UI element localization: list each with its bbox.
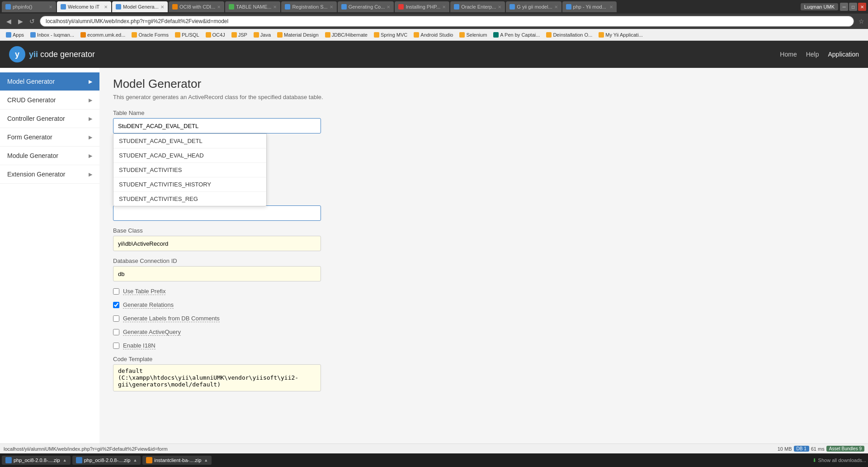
chevron-right-icon: ▶: [89, 79, 92, 85]
tab-close[interactable]: ✕: [330, 5, 333, 10]
user-badge: Luqman UMK: [801, 3, 838, 10]
back-button[interactable]: ◀: [4, 18, 14, 25]
sidebar-item-crud-generator[interactable]: CRUD Generator ▶: [0, 91, 99, 110]
page-title: Model Generator: [113, 77, 854, 91]
tab-close[interactable]: ✕: [160, 5, 164, 10]
nav-help[interactable]: Help: [806, 51, 819, 58]
enable-i18n-label[interactable]: Enable I18N: [123, 342, 156, 349]
bookmark-oc4j[interactable]: OC4J: [203, 31, 227, 38]
tab-favicon: [566, 4, 571, 10]
sidebar-item-model-generator[interactable]: Model Generator ▶: [0, 72, 99, 91]
taskbar-item-0[interactable]: php_oci8-2.0.8-....zip ▲: [2, 456, 71, 465]
tab-yii-gii[interactable]: G yii gii model... ✕: [506, 1, 561, 12]
db-connection-group: Database Connection ID: [113, 257, 854, 281]
use-table-prefix-checkbox[interactable]: [113, 288, 119, 295]
generate-labels-row: Generate Labels from DB Comments: [113, 315, 854, 322]
generate-relations-checkbox[interactable]: [113, 302, 119, 308]
bookmark-spring[interactable]: Spring MVC: [372, 31, 410, 38]
tab-phpinfo[interactable]: phpinfo() ✕: [2, 1, 56, 12]
tab-yii-mod[interactable]: php - Yii mod... ✕: [562, 1, 617, 12]
bookmark-material-design[interactable]: Material Design: [275, 31, 321, 38]
bookmark-yii-app[interactable]: My Yii Applicati...: [596, 31, 645, 38]
minimize-button[interactable]: ─: [840, 3, 848, 11]
tab-close[interactable]: ✕: [609, 5, 613, 10]
svg-text:y: y: [15, 50, 19, 59]
logo-text: yii code generator: [29, 50, 95, 59]
bookmark-java[interactable]: Java: [251, 31, 273, 38]
taskbar: php_oci8-2.0.8-....zip ▲ php_oci8-2.0.8-…: [0, 453, 868, 467]
show-downloads-link[interactable]: Show all downloads...: [818, 457, 866, 463]
table-name-input[interactable]: [113, 118, 321, 133]
taskbar-icon: [146, 457, 152, 463]
tab-close[interactable]: ✕: [217, 5, 221, 10]
model-class-input[interactable]: [113, 205, 321, 221]
bookmark-oracle-forms[interactable]: Oracle Forms: [129, 31, 171, 38]
enable-i18n-checkbox[interactable]: [113, 343, 119, 349]
browser-chrome: phpinfo() ✕ Welcome to iT ✕ Model Genera…: [0, 0, 868, 41]
tab-close[interactable]: ✕: [104, 5, 108, 10]
bookmark-pen[interactable]: A Pen by Captai...: [491, 31, 542, 38]
bookmark-jsp[interactable]: JSP: [229, 31, 250, 38]
sidebar-item-extension-generator[interactable]: Extension Generator ▶: [0, 165, 99, 184]
header-nav: Home Help Application: [780, 51, 859, 58]
address-input[interactable]: [40, 16, 854, 27]
bookmarks-bar: Apps Inbox - luqman... ecomm.umk.ed... O…: [0, 29, 868, 41]
bookmark-plsql[interactable]: PL/SQL: [173, 31, 202, 38]
bookmark-deinstall[interactable]: Deinstallation O...: [544, 31, 594, 38]
tab-welcome[interactable]: Welcome to iT ✕: [57, 1, 111, 12]
nav-home[interactable]: Home: [780, 51, 797, 58]
inbox-icon: [30, 32, 36, 38]
taskbar-item-1[interactable]: php_oci8-2.0.8-....zip ▲: [72, 456, 141, 465]
tab-installing[interactable]: Installing PHP... ✕: [395, 1, 449, 12]
generate-relations-label[interactable]: Generate Relations: [123, 301, 174, 309]
sidebar-item-form-generator[interactable]: Form Generator ▶: [0, 128, 99, 147]
generate-labels-label[interactable]: Generate Labels from DB Comments: [123, 315, 220, 322]
maximize-button[interactable]: □: [849, 3, 857, 11]
base-class-input[interactable]: [113, 236, 321, 251]
tab-favicon: [172, 4, 178, 10]
forward-button[interactable]: ▶: [15, 18, 25, 25]
dropdown-item-0[interactable]: STUDENT_ACAD_EVAL_DETL: [113, 134, 266, 148]
nav-application[interactable]: Application: [828, 51, 859, 58]
tab-close[interactable]: ✕: [442, 5, 446, 10]
dropdown-item-2[interactable]: STUDENT_ACTIVITIES: [113, 163, 266, 177]
pen-icon: [493, 32, 499, 38]
code-template-input[interactable]: default (C:\xampp\htdocs\yii\alumniUMK\v…: [113, 364, 321, 391]
use-table-prefix-label[interactable]: Use Table Prefix: [123, 288, 165, 295]
bookmark-android[interactable]: Android Studio: [411, 31, 455, 38]
generate-activequery-checkbox[interactable]: [113, 329, 119, 335]
tab-generating[interactable]: Generating Co... ✕: [338, 1, 394, 12]
close-button[interactable]: ✕: [858, 3, 866, 11]
bookmark-apps[interactable]: Apps: [4, 31, 26, 38]
tab-close[interactable]: ✕: [554, 5, 558, 10]
tab-model-generator[interactable]: Model Genera... ✕: [112, 1, 168, 12]
tab-registration[interactable]: Registration S... ✕: [281, 1, 336, 12]
chevron-up-icon: ▲: [63, 458, 67, 462]
dropdown-item-1[interactable]: STUDENT_ACAD_EVAL_HEAD: [113, 148, 266, 163]
tab-close[interactable]: ✕: [498, 5, 501, 10]
taskbar-item-2[interactable]: instantclient-ba-....zip ▲: [142, 456, 212, 465]
dropdown-item-4[interactable]: STUDENT_ACTIVITIES_REG: [113, 192, 266, 206]
reload-button[interactable]: ↺: [27, 18, 37, 25]
bookmark-star[interactable]: ☆: [859, 18, 864, 25]
folder-icon: [231, 32, 237, 38]
sidebar-item-module-generator[interactable]: Module Generator ▶: [0, 147, 99, 165]
db-connection-input[interactable]: [113, 266, 321, 281]
bookmark-ecomm[interactable]: ecomm.umk.ed...: [78, 31, 127, 38]
tab-table-name[interactable]: TABLE NAME... ✕: [225, 1, 280, 12]
generate-activequery-label[interactable]: Generate ActiveQuery: [123, 329, 181, 336]
generate-relations-row: Generate Relations: [113, 301, 854, 309]
tab-oracle[interactable]: Oracle Enterp... ✕: [450, 1, 505, 12]
dropdown-item-3[interactable]: STUDENT_ACTIVITIES_HISTORY: [113, 177, 266, 192]
sidebar-item-controller-generator[interactable]: Controller Generator ▶: [0, 110, 99, 128]
tab-close[interactable]: ✕: [273, 5, 277, 10]
status-url: localhost/yii/alumniUMK/web/index.php?r=…: [4, 446, 776, 452]
bookmark-selenium[interactable]: Selenium: [457, 31, 489, 38]
tab-close[interactable]: ✕: [49, 5, 52, 10]
generate-labels-checkbox[interactable]: [113, 315, 119, 322]
tab-close[interactable]: ✕: [387, 5, 390, 10]
bookmark-inbox[interactable]: Inbox - luqman...: [28, 31, 76, 38]
chevron-up-icon: ▲: [204, 458, 208, 462]
tab-oci8[interactable]: OCI8 with CDI... ✕: [169, 1, 224, 12]
bookmark-jdbc[interactable]: JDBC/Hibernate: [323, 31, 370, 38]
